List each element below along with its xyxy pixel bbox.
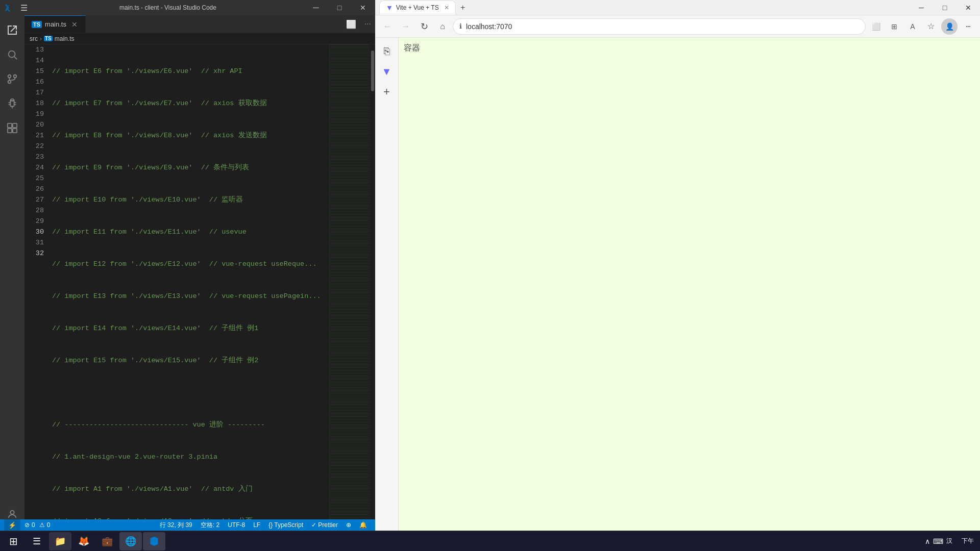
svg-rect-15 [13, 129, 17, 133]
breadcrumb-ts-icon: TS [44, 36, 53, 41]
activity-bar [0, 15, 24, 551]
vscode-title: main.ts - client - Visual Studio Code [32, 4, 304, 11]
maximize-button[interactable]: □ [328, 0, 351, 15]
new-tab-button[interactable]: + [456, 1, 470, 15]
breadcrumb-src[interactable]: src [30, 35, 38, 42]
browser-close-button[interactable]: ✕ [957, 0, 980, 15]
taskbar-tray: ∧ ⌨ 汉 [921, 537, 957, 545]
address-bar[interactable]: ℹ localhost:7070 [453, 18, 866, 35]
code-content[interactable]: // import E6 from './views/E6.vue' // xh… [48, 44, 329, 546]
minimize-button[interactable]: ─ [304, 0, 328, 15]
browser-more-button[interactable]: ··· [960, 18, 976, 35]
status-line-col[interactable]: 行 32, 列 39 [156, 521, 197, 530]
code-line: // 1.ant-design-vue 2.vue-router 3.pinia [52, 452, 329, 462]
svg-rect-12 [8, 123, 12, 128]
browser-minimize-button[interactable]: ─ [910, 0, 933, 15]
taskbar-search[interactable]: ☰ [26, 532, 48, 550]
code-editor: 13 14 15 16 17 18 19 20 21 22 23 24 [24, 44, 329, 546]
taskbar-firefox[interactable]: 🦊 [72, 532, 95, 550]
browser-tab-close[interactable]: ✕ [444, 4, 449, 11]
tray-expand[interactable]: ∧ [925, 537, 930, 545]
taskbar-vscode[interactable] [143, 532, 165, 550]
profile-button[interactable]: 👤 [941, 18, 958, 35]
error-icon: ⊘ [24, 521, 30, 529]
code-line [52, 387, 329, 398]
browser-tabs-button[interactable]: ⊞ [886, 18, 902, 35]
browser-maximize-button[interactable]: □ [933, 0, 957, 15]
browser-zoom-button[interactable]: A [904, 18, 921, 35]
browser-tab-title: Vite + Vue + TS [396, 4, 439, 11]
security-icon: ℹ [459, 22, 462, 30]
browser-sidebar-copy-btn[interactable]: ⎘ [378, 42, 396, 60]
status-remote[interactable]: ⚡ [4, 519, 20, 531]
code-line: // import E13 from './views/E13.vue' // … [52, 291, 329, 302]
vite-icon: ▼ [386, 4, 393, 12]
browser-sidebar-toggle[interactable]: ⬜ [868, 18, 884, 35]
error-count: 0 [32, 521, 35, 529]
tab-filename: main.ts [45, 20, 66, 28]
breadcrumb-file[interactable]: main.ts [55, 35, 75, 42]
browser-tab[interactable]: ▼ Vite + Vue + TS ✕ [379, 1, 456, 15]
status-liveshare[interactable]: ⊕ [342, 521, 355, 529]
taskbar-edge[interactable]: 🌐 [119, 532, 142, 550]
editor-layout-button[interactable]: ⬜ [342, 15, 360, 33]
breadcrumb: src › TS main.ts [24, 33, 375, 44]
close-button[interactable]: ✕ [351, 0, 375, 15]
code-line: // import E6 from './views/E6.vue' // xh… [52, 66, 329, 77]
scrollbar[interactable] [370, 44, 375, 546]
menu-button[interactable]: ☰ [16, 0, 32, 15]
status-language[interactable]: {} TypeScript [264, 521, 307, 529]
tab-bar: TS main.ts ✕ ⬜ ··· [24, 15, 375, 33]
taskbar-clock[interactable]: 下午 [958, 537, 978, 545]
browser-toolbar: ← → ↻ ⌂ ℹ localhost:7070 ⬜ ⊞ A ☆ 👤 ··· [375, 15, 980, 38]
code-line: // import E12 from './views/E12.vue' // … [52, 259, 329, 269]
svg-point-2 [8, 81, 11, 84]
status-bar: ⚡ ⊘ 0 ⚠ 0 行 32, 列 39 空格: 2 UTF-8 LF {} T… [0, 519, 375, 531]
taskbar: ⊞ ☰ 📁 🦊 💼 🌐 ∧ ⌨ 汉 下午 [0, 531, 980, 551]
code-line: // import E8 from './views/E8.vue' // ax… [52, 130, 329, 141]
status-prettier[interactable]: ✓ Prettier [307, 521, 342, 529]
vscode-icon [0, 4, 16, 12]
svg-rect-14 [8, 129, 12, 133]
tab-close-icon[interactable]: ✕ [71, 20, 78, 29]
tray-keyboard[interactable]: ⌨ [933, 537, 943, 545]
svg-rect-6 [10, 101, 14, 107]
active-tab[interactable]: TS main.ts ✕ [24, 15, 86, 33]
code-line: // import E14 from './views/E14.vue' // … [52, 323, 329, 334]
taskbar-office[interactable]: 💼 [96, 532, 118, 550]
svg-point-16 [10, 511, 14, 514]
tab-ts-icon: TS [32, 21, 42, 28]
status-line-ending[interactable]: LF [249, 521, 264, 529]
status-errors[interactable]: ⊘ 0 ⚠ 0 [20, 519, 54, 531]
status-bell[interactable]: 🔔 [355, 521, 371, 529]
url-text: localhost:7070 [466, 22, 859, 31]
status-spaces[interactable]: 空格: 2 [197, 521, 224, 530]
editor-more-button[interactable]: ··· [360, 15, 375, 33]
back-button[interactable]: ← [379, 18, 396, 35]
code-line: // import E15 from './views/E15.vue' // … [52, 355, 329, 366]
warning-count: 0 [47, 521, 51, 529]
status-encoding[interactable]: UTF-8 [224, 521, 249, 529]
svg-rect-13 [13, 123, 17, 128]
code-line: // import E11 from './views/E11.vue' // … [52, 227, 329, 237]
warning-icon: ⚠ [39, 521, 45, 529]
activity-search[interactable] [0, 42, 24, 67]
home-button[interactable]: ⌂ [434, 18, 451, 35]
activity-explorer[interactable] [0, 18, 24, 42]
start-button[interactable]: ⊞ [2, 532, 24, 550]
minimap [329, 44, 370, 546]
refresh-button[interactable]: ↻ [416, 18, 432, 35]
taskbar-files[interactable]: 📁 [49, 532, 71, 550]
browser-sidebar-vite-btn[interactable]: ▼ [378, 62, 396, 81]
tray-ime[interactable]: 汉 [946, 537, 952, 545]
browser-page: 容器 [399, 38, 980, 551]
browser-sidebar-add-btn[interactable]: + [378, 83, 396, 101]
code-line: // import E9 from './views/E9.vue' // 条件… [52, 162, 329, 173]
svg-line-1 [14, 57, 17, 59]
activity-git[interactable] [0, 67, 24, 91]
favorites-button[interactable]: ☆ [923, 18, 939, 35]
activity-extensions[interactable] [0, 116, 24, 140]
forward-button[interactable]: → [398, 18, 414, 35]
activity-debug[interactable] [0, 91, 24, 116]
code-line: // import E10 from './views/E10.vue' // … [52, 194, 329, 205]
